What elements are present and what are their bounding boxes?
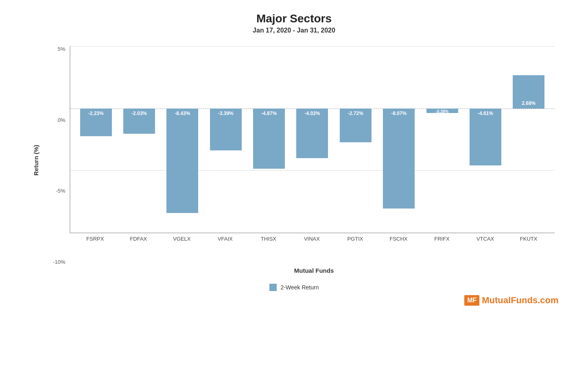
bar-label-fsrpx: -2.23% bbox=[88, 111, 104, 116]
y-label-5: 5% bbox=[45, 46, 69, 52]
legend: 2-Week Return bbox=[269, 284, 319, 291]
chart-title: Major Sectors bbox=[256, 12, 332, 25]
x-label-fdfax: FDFAX bbox=[121, 236, 156, 242]
bar-vtcax: -4.61% bbox=[470, 109, 501, 166]
bar-thisx: -4.87% bbox=[253, 109, 285, 169]
chart-inner: 5% 0% -5% -10% -2.23% bbox=[45, 46, 559, 274]
bar-group-vtcax: -4.61% bbox=[468, 46, 503, 233]
logo-text: MutualFunds.com bbox=[482, 295, 558, 306]
x-label-vfaix: VFAIX bbox=[208, 236, 243, 242]
x-label-vtcax: VTCAX bbox=[468, 236, 503, 242]
y-labels: 5% 0% -5% -10% bbox=[45, 46, 69, 265]
chart-plot-area: 5% 0% -5% -10% -2.23% bbox=[70, 46, 555, 265]
bar-group-pgtix: -2.72% bbox=[338, 46, 373, 233]
chart-bordered-area: -2.23% -2.03% -8.43% bbox=[70, 46, 555, 233]
y-label-neg5: -5% bbox=[45, 188, 69, 193]
bar-label-fkutx: 2.68% bbox=[522, 100, 536, 106]
bar-label-vgelx: -8.43% bbox=[175, 111, 190, 116]
bar-fkutx: 2.68% bbox=[513, 75, 544, 109]
bar-vgelx: -8.43% bbox=[166, 109, 198, 213]
bar-pgtix: -2.72% bbox=[340, 109, 372, 142]
logo-tld: .com bbox=[538, 295, 558, 305]
bar-group-vfaix: -3.39% bbox=[208, 46, 243, 233]
x-label-fkutx: FKUTX bbox=[511, 236, 546, 242]
bar-fdfax: -2.03% bbox=[123, 109, 155, 134]
x-label-frifx: FRIFX bbox=[425, 236, 459, 242]
bar-fschx: -8.07% bbox=[383, 109, 415, 209]
legend-label: 2-Week Return bbox=[281, 284, 319, 291]
bar-group-frifx: -0.38% bbox=[425, 46, 459, 233]
bar-label-vfaix: -3.39% bbox=[218, 111, 234, 116]
bar-vfaix: -3.39% bbox=[210, 109, 242, 151]
x-labels: FSRPX FDFAX VGELX VFAIX THISX VINAX PGTI… bbox=[70, 233, 555, 242]
bar-label-fschx: -8.07% bbox=[391, 111, 407, 116]
bar-group-fkutx: 2.68% bbox=[511, 46, 546, 233]
logo-mf-badge: MF bbox=[464, 295, 479, 306]
bar-label-pgtix: -2.72% bbox=[348, 111, 363, 116]
y-axis-label: Return (%) bbox=[30, 46, 42, 274]
bar-fsrpx: -2.23% bbox=[80, 109, 112, 136]
x-label-thisx: THISX bbox=[251, 236, 286, 242]
legend-color-box bbox=[269, 284, 277, 291]
bar-label-frifx: -0.38% bbox=[436, 109, 449, 114]
x-axis-title: Mutual Funds bbox=[70, 267, 559, 274]
bar-group-fdfax: -2.03% bbox=[122, 46, 157, 233]
x-label-pgtix: PGTIX bbox=[338, 236, 372, 242]
x-label-fsrpx: FSRPX bbox=[78, 236, 112, 242]
bar-group-vinax: -4.02% bbox=[295, 46, 330, 233]
bar-frifx: -0.38% bbox=[426, 109, 458, 113]
bar-group-vgelx: -8.43% bbox=[165, 46, 200, 233]
bar-vinax: -4.02% bbox=[296, 109, 328, 159]
chart-container: Return (%) 5% 0% -5% -10% bbox=[30, 46, 559, 274]
bars-container: -2.23% -2.03% -8.43% bbox=[70, 46, 555, 233]
bar-group-fschx: -8.07% bbox=[382, 46, 416, 233]
y-label-neg10: -10% bbox=[45, 259, 69, 265]
x-label-vgelx: VGELX bbox=[164, 236, 199, 242]
logo-area: MF MutualFunds.com bbox=[30, 295, 559, 306]
chart-subtitle: Jan 17, 2020 - Jan 31, 2020 bbox=[253, 27, 335, 34]
x-label-vinax: VINAX bbox=[295, 236, 329, 242]
bar-group-fsrpx: -2.23% bbox=[79, 46, 113, 233]
bar-label-thisx: -4.87% bbox=[261, 111, 277, 116]
logo-name: MutualFunds bbox=[482, 295, 538, 305]
bar-label-vinax: -4.02% bbox=[304, 111, 320, 116]
y-label-0: 0% bbox=[45, 117, 69, 123]
bar-label-vtcax: -4.61% bbox=[478, 111, 493, 116]
x-label-fschx: FSCHX bbox=[381, 236, 416, 242]
bar-label-fdfax: -2.03% bbox=[131, 111, 147, 116]
bar-group-thisx: -4.87% bbox=[252, 46, 286, 233]
